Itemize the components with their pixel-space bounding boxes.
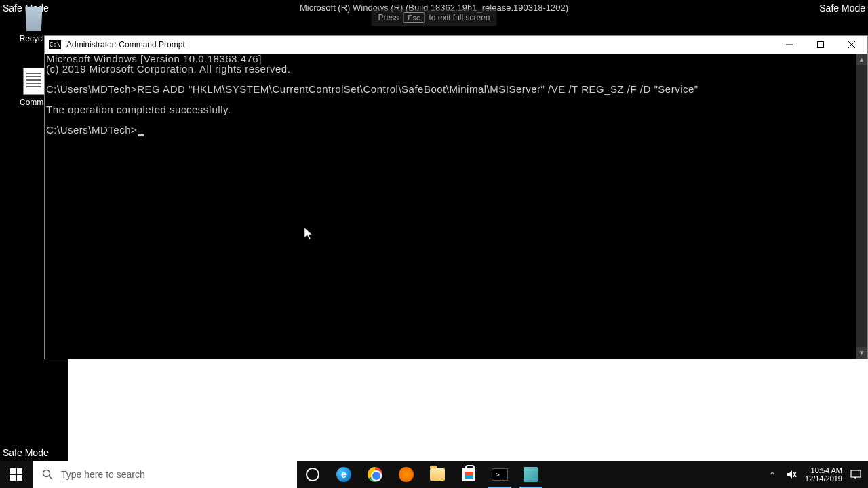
- search-icon: [42, 469, 53, 480]
- console-output-area[interactable]: Microsoft Windows [Version 10.0.18363.47…: [45, 54, 867, 359]
- svg-point-4: [43, 470, 50, 477]
- vertical-scrollbar[interactable]: ▲ ▼: [856, 54, 867, 359]
- esc-key-icon: Esc: [403, 12, 425, 23]
- window-title: Administrator: Command Prompt: [66, 40, 185, 49]
- scroll-down-arrow-icon[interactable]: ▼: [856, 347, 867, 359]
- window-title-bar[interactable]: C:\ Administrator: Command Prompt: [45, 36, 867, 54]
- hint-rest: to exit full screen: [429, 13, 490, 22]
- search-placeholder: Type here to search: [61, 469, 145, 480]
- notepad-icon: [524, 467, 538, 482]
- windows-logo-icon: [10, 468, 22, 481]
- command-prompt-taskbar-button[interactable]: >_: [484, 461, 515, 488]
- folder-icon: [430, 468, 445, 481]
- hint-press: Press: [378, 13, 399, 22]
- console-text: Microsoft Windows [Version 10.0.18363.47…: [45, 54, 856, 359]
- svg-line-5: [50, 476, 53, 480]
- store-icon: [462, 468, 475, 481]
- edge-icon: [336, 467, 351, 482]
- firefox-taskbar-button[interactable]: [391, 461, 422, 488]
- tray-time: 10:54 AM: [805, 466, 842, 474]
- action-center-icon[interactable]: [850, 469, 861, 480]
- cortana-button[interactable]: [297, 461, 328, 488]
- minimize-button[interactable]: [774, 36, 805, 54]
- safe-mode-label-top-right: Safe Mode: [819, 3, 865, 14]
- edge-taskbar-button[interactable]: [328, 461, 359, 488]
- firefox-icon: [399, 467, 414, 482]
- safe-mode-label-bottom-left: Safe Mode: [3, 447, 49, 458]
- cortana-icon: [306, 468, 319, 481]
- start-button[interactable]: [0, 461, 33, 488]
- microsoft-store-taskbar-button[interactable]: [453, 461, 484, 488]
- cmd-icon: >_: [492, 468, 508, 481]
- mouse-cursor-icon: [288, 216, 296, 228]
- tray-clock[interactable]: 10:54 AM 12/14/2019: [805, 466, 842, 483]
- chrome-taskbar-button[interactable]: [359, 461, 391, 488]
- chrome-icon: [368, 467, 382, 482]
- system-tray: ^ 10:54 AM 12/14/2019: [760, 461, 868, 488]
- svg-rect-8: [851, 470, 861, 477]
- close-button[interactable]: [836, 36, 867, 54]
- command-prompt-window: C:\ Administrator: Command Prompt Micros…: [44, 35, 868, 359]
- scroll-up-arrow-icon[interactable]: ▲: [856, 54, 867, 65]
- taskbar-pinned-apps: >_: [297, 461, 547, 488]
- cmd-title-icon: C:\: [49, 40, 61, 49]
- cursor-icon: [138, 134, 144, 136]
- maximize-button[interactable]: [805, 36, 836, 54]
- file-explorer-taskbar-button[interactable]: [422, 461, 453, 488]
- taskbar: Type here to search >_ ^ 10:54 AM 12/14/…: [0, 461, 868, 488]
- taskbar-search-box[interactable]: Type here to search: [33, 461, 297, 488]
- tray-chevron-up-icon[interactable]: ^: [767, 469, 778, 480]
- notepad-taskbar-button[interactable]: [515, 461, 547, 488]
- text-document-icon: [23, 68, 45, 95]
- tray-date: 12/14/2019: [805, 474, 842, 483]
- svg-rect-1: [818, 42, 824, 48]
- volume-icon[interactable]: [786, 469, 797, 480]
- recycle-bin-icon: [22, 7, 46, 31]
- scroll-track[interactable]: [856, 65, 867, 347]
- background-notepad-window[interactable]: [68, 358, 868, 461]
- fullscreen-exit-hint: Press Esc to exit full screen: [371, 9, 496, 26]
